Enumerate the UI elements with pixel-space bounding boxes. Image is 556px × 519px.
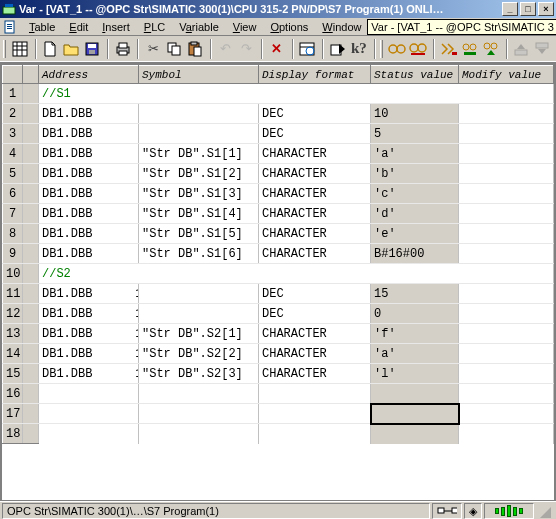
row-number[interactable]: 17 (3, 404, 23, 424)
row-number[interactable]: 11 (3, 284, 23, 304)
table-row[interactable]: 10//S2 (3, 264, 554, 284)
cell-modify[interactable] (459, 204, 554, 224)
delete-icon[interactable]: ✕ (267, 38, 287, 60)
row-flag[interactable] (23, 184, 39, 204)
row-number[interactable]: 5 (3, 164, 23, 184)
cell-symbol[interactable] (139, 304, 259, 324)
close-button[interactable]: × (538, 2, 554, 16)
menu-options[interactable]: Options (263, 20, 315, 34)
menu-view[interactable]: View (226, 20, 264, 34)
grid-icon[interactable] (10, 38, 30, 60)
help-icon[interactable]: k? (349, 38, 369, 60)
cell-status[interactable]: 'e' (371, 224, 459, 244)
table-row[interactable]: 8DB1.DBB 6"Str DB".S1[5]CHARACTER'e' (3, 224, 554, 244)
cell-modify[interactable] (459, 104, 554, 124)
resize-grip[interactable] (536, 503, 552, 519)
row-number[interactable]: 16 (3, 384, 23, 404)
cell-status[interactable]: 5 (371, 124, 459, 144)
row-flag[interactable] (23, 324, 39, 344)
cell-address[interactable]: DB1.DBB 6 (39, 224, 139, 244)
cell-modify[interactable] (459, 344, 554, 364)
cell-status[interactable]: 10 (371, 104, 459, 124)
cell-symbol[interactable]: "Str DB".S1[1] (139, 144, 259, 164)
cell-empty[interactable] (39, 384, 139, 404)
row-flag[interactable] (23, 84, 39, 104)
cell-status[interactable]: 'b' (371, 164, 459, 184)
cell-status[interactable]: 'a' (371, 144, 459, 164)
cell-symbol[interactable]: "Str DB".S1[2] (139, 164, 259, 184)
cell-modify[interactable] (459, 364, 554, 384)
cell-format[interactable]: CHARACTER (259, 184, 371, 204)
menu-edit[interactable]: Edit (62, 20, 95, 34)
table-row[interactable]: 6DB1.DBB 4"Str DB".S1[3]CHARACTER'c' (3, 184, 554, 204)
row-flag[interactable] (23, 204, 39, 224)
cell-symbol[interactable]: "Str DB".S2[1] (139, 324, 259, 344)
row-flag[interactable] (23, 404, 39, 424)
cell-format[interactable]: CHARACTER (259, 364, 371, 384)
cell-status[interactable]: 'c' (371, 184, 459, 204)
row-flag[interactable] (23, 224, 39, 244)
cell-address[interactable]: DB1.DBB 13 (39, 304, 139, 324)
cell-status[interactable]: 'f' (371, 324, 459, 344)
cell-empty[interactable] (139, 424, 259, 444)
cell-empty[interactable] (459, 404, 554, 424)
row-number[interactable]: 10 (3, 264, 23, 284)
cell-modify[interactable] (459, 164, 554, 184)
cell-symbol[interactable] (139, 284, 259, 304)
row-number[interactable]: 3 (3, 124, 23, 144)
cell-modify[interactable] (459, 184, 554, 204)
cell-modify[interactable] (459, 304, 554, 324)
cell-empty[interactable] (371, 384, 459, 404)
glasses2-icon[interactable] (408, 38, 428, 60)
col-rownum[interactable] (3, 66, 23, 84)
cell-modify[interactable] (459, 284, 554, 304)
cell-empty[interactable] (259, 404, 371, 424)
row-flag[interactable] (23, 164, 39, 184)
row-number[interactable]: 8 (3, 224, 23, 244)
cell-format[interactable]: DEC (259, 304, 371, 324)
cell-symbol[interactable] (139, 124, 259, 144)
table-row[interactable]: 13DB1.DBB 14"Str DB".S2[1]CHARACTER'f' (3, 324, 554, 344)
table-row[interactable]: 4DB1.DBB 2"Str DB".S1[1]CHARACTER'a' (3, 144, 554, 164)
cell-modify[interactable] (459, 144, 554, 164)
table-row[interactable]: 18 (3, 424, 554, 444)
maximize-button[interactable]: □ (520, 2, 536, 16)
table-row[interactable]: 14DB1.DBB 15"Str DB".S2[2]CHARACTER'a' (3, 344, 554, 364)
cell-format[interactable]: DEC (259, 104, 371, 124)
cell-empty[interactable] (459, 424, 554, 444)
new-icon[interactable] (41, 38, 61, 60)
row-number[interactable]: 18 (3, 424, 23, 444)
cell-format[interactable]: CHARACTER (259, 224, 371, 244)
cut-icon[interactable]: ✂ (143, 38, 163, 60)
table-row[interactable]: 9DB1.DBB 7"Str DB".S1[6]CHARACTERB#16#00 (3, 244, 554, 264)
table-row[interactable]: 7DB1.DBB 5"Str DB".S1[4]CHARACTER'd' (3, 204, 554, 224)
write-icon[interactable] (460, 38, 480, 60)
row-flag[interactable] (23, 264, 39, 284)
cell-format[interactable]: DEC (259, 124, 371, 144)
row-number[interactable]: 2 (3, 104, 23, 124)
info-icon[interactable] (328, 38, 348, 60)
cell-format[interactable]: CHARACTER (259, 164, 371, 184)
row-number[interactable]: 12 (3, 304, 23, 324)
table-row[interactable]: 17 (3, 404, 554, 424)
row-number[interactable]: 9 (3, 244, 23, 264)
cell-format[interactable]: CHARACTER (259, 244, 371, 264)
cell-address[interactable]: DB1.DBB 2 (39, 144, 139, 164)
row-flag[interactable] (23, 244, 39, 264)
cell-status[interactable]: 'a' (371, 344, 459, 364)
cell-empty[interactable] (259, 384, 371, 404)
table-row[interactable]: 15DB1.DBB 16"Str DB".S2[3]CHARACTER'l' (3, 364, 554, 384)
cell-empty[interactable] (371, 424, 459, 444)
menu-plc[interactable]: PLC (137, 20, 172, 34)
open-icon[interactable] (61, 38, 81, 60)
row-number[interactable]: 15 (3, 364, 23, 384)
row-number[interactable]: 14 (3, 344, 23, 364)
redo-icon[interactable]: ↷ (236, 38, 256, 60)
toolbar-grip-2[interactable] (380, 40, 383, 58)
menu-variable[interactable]: Variable (172, 20, 226, 34)
row-number[interactable]: 1 (3, 84, 23, 104)
paste-icon[interactable] (185, 38, 205, 60)
cell-symbol[interactable]: "Str DB".S1[6] (139, 244, 259, 264)
menu-table[interactable]: Table (22, 20, 62, 34)
table-row[interactable]: 2DB1.DBB 0DEC10 (3, 104, 554, 124)
